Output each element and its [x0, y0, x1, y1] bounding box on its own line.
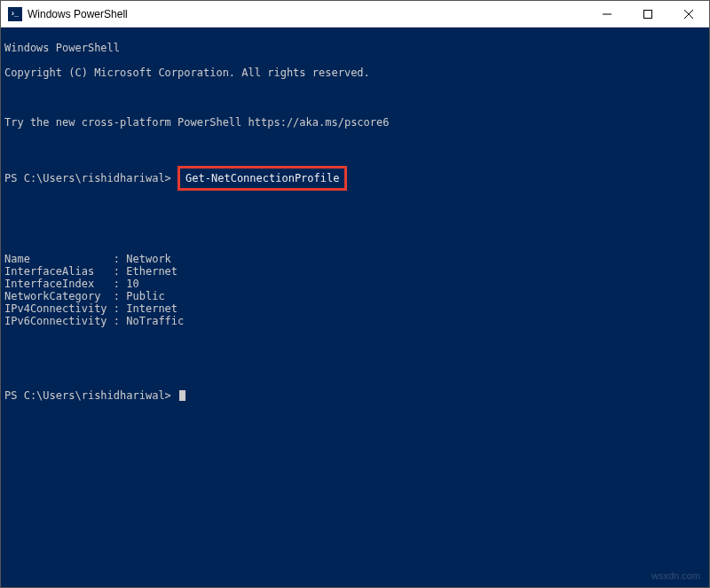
window-controls	[587, 1, 709, 27]
close-button[interactable]	[668, 1, 709, 27]
titlebar[interactable]: Windows PowerShell	[1, 1, 709, 27]
command-highlight: Get-NetConnectionProfile	[178, 166, 347, 191]
terminal-body[interactable]: Windows PowerShell Copyright (C) Microso…	[1, 27, 709, 587]
header-line-2: Copyright (C) Microsoft Corporation. All…	[4, 67, 706, 79]
powershell-window: Windows PowerShell Windows PowerShell Co…	[0, 0, 710, 588]
command-text: Get-NetConnectionProfile	[185, 172, 339, 184]
prompt-line-2: PS C:\Users\rishidhariwal>	[4, 389, 706, 402]
header-line-1: Windows PowerShell	[4, 42, 706, 54]
blank-line	[4, 141, 706, 153]
blank-line	[4, 91, 706, 104]
blank-line	[4, 203, 706, 216]
cursor	[179, 390, 185, 401]
output-block: Name : Network InterfaceAlias : Ethernet…	[4, 253, 706, 327]
prompt-prefix-2: PS C:\Users\rishidhariwal>	[4, 389, 178, 402]
svg-rect-1	[644, 10, 652, 18]
minimize-button[interactable]	[587, 1, 627, 27]
prompt-prefix: PS C:\Users\rishidhariwal>	[4, 172, 178, 184]
try-line: Try the new cross-platform PowerShell ht…	[4, 116, 706, 129]
powershell-icon	[8, 7, 22, 21]
blank-line	[4, 365, 706, 377]
prompt-line-1: PS C:\Users\rishidhariwal> Get-NetConnec…	[4, 166, 706, 191]
window-title: Windows PowerShell	[28, 8, 128, 20]
watermark-text: wsxdn.com	[651, 569, 700, 582]
blank-line	[4, 228, 706, 240]
blank-line	[4, 340, 706, 352]
maximize-button[interactable]	[627, 1, 668, 27]
